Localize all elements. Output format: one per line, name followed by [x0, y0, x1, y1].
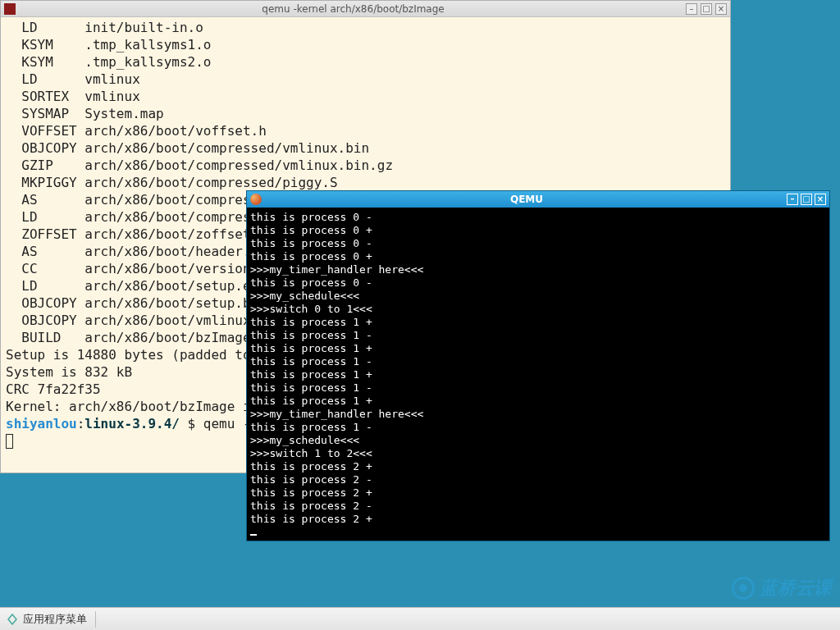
minimize-button[interactable]: – [686, 3, 697, 15]
qemu-app-icon [250, 194, 262, 205]
qemu-titlebar[interactable]: QEMU – □ × [247, 191, 829, 208]
qemu-title: QEMU [267, 194, 787, 205]
terminal-title: qemu -kernel arch/x86/boot/bzImage [21, 3, 686, 15]
close-button[interactable]: × [815, 194, 826, 205]
minimize-button[interactable]: – [787, 194, 798, 205]
app-menu-label[interactable]: 应用程序菜单 [23, 612, 87, 627]
maximize-button[interactable]: □ [701, 3, 712, 15]
app-menu-icon[interactable] [7, 614, 18, 625]
qemu-cursor [250, 534, 257, 536]
terminal-titlebar[interactable]: qemu -kernel arch/x86/boot/bzImage – □ × [1, 1, 730, 17]
watermark: 蓝桥云课 [732, 576, 832, 600]
close-button[interactable]: × [715, 3, 727, 15]
maximize-button[interactable]: □ [801, 194, 812, 205]
qemu-body[interactable]: this is process 0 - this is process 0 + … [247, 208, 829, 541]
taskbar-separator [95, 611, 96, 628]
terminal-app-icon [4, 3, 16, 15]
taskbar[interactable]: 应用程序菜单 [0, 607, 840, 630]
qemu-window[interactable]: QEMU – □ × this is process 0 - this is p… [246, 190, 830, 541]
terminal-cursor [6, 434, 13, 449]
watermark-logo-icon [732, 577, 755, 600]
watermark-text: 蓝桥云课 [760, 576, 832, 600]
